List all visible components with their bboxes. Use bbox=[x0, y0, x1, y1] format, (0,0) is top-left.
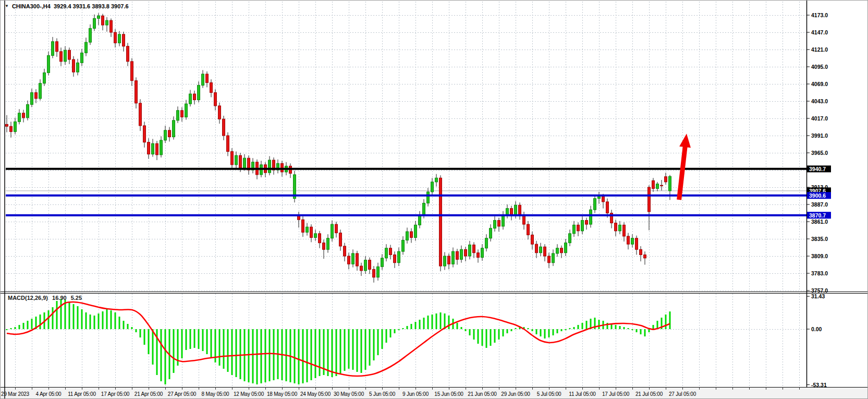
candle-body bbox=[319, 234, 321, 243]
candle-body bbox=[181, 111, 184, 117]
macd-bar bbox=[407, 326, 408, 329]
date-label: 8 May 05:00 bbox=[202, 391, 229, 397]
price-tick-label: 3965.0 bbox=[811, 150, 828, 156]
macd-bar bbox=[152, 329, 154, 365]
price-badge-3940.7: 3940.7 bbox=[807, 165, 831, 172]
candle-body bbox=[352, 253, 354, 264]
macd-bar bbox=[48, 310, 50, 329]
candle-body bbox=[35, 93, 38, 99]
macd-bar bbox=[240, 329, 241, 379]
candle-body bbox=[139, 103, 142, 126]
macd-bar bbox=[461, 327, 462, 329]
macd-bar bbox=[85, 312, 87, 329]
candle-body bbox=[323, 243, 325, 250]
macd-bar bbox=[60, 299, 62, 329]
macd-bar bbox=[578, 325, 579, 329]
price-tick-label: 3835.0 bbox=[811, 236, 828, 242]
candle-body bbox=[331, 224, 334, 238]
candle-body bbox=[118, 34, 121, 43]
macd-bar bbox=[332, 329, 333, 377]
chart-canvas[interactable]: 4173.04147.04121.04095.04069.04043.04017… bbox=[1, 1, 868, 399]
macd-name: MACD(12,26,9) bbox=[8, 295, 48, 301]
candle-body bbox=[569, 234, 571, 243]
candle-body bbox=[6, 124, 8, 126]
date-label: 29 Jun 05:00 bbox=[501, 391, 530, 397]
macd-bar bbox=[327, 329, 329, 376]
candle-body bbox=[64, 50, 67, 62]
macd-bar bbox=[73, 304, 75, 329]
macd-bar bbox=[161, 329, 162, 381]
candle-body bbox=[56, 42, 58, 52]
candle-body bbox=[506, 209, 509, 215]
candle-body bbox=[519, 205, 521, 215]
candle-body bbox=[523, 215, 525, 224]
macd-bar bbox=[298, 329, 300, 384]
candle-body bbox=[97, 16, 100, 18]
candle-body bbox=[594, 199, 596, 210]
candle-body bbox=[577, 225, 580, 231]
macd-bar bbox=[123, 321, 125, 329]
ohlc-readout: 3929.4 3931.6 3893.8 3907.6 bbox=[54, 3, 129, 9]
macd-bar bbox=[131, 327, 133, 329]
date-label: 27 Apr 05:00 bbox=[168, 391, 197, 397]
candle-body bbox=[60, 52, 63, 62]
macd-bar bbox=[140, 329, 141, 337]
macd-bar bbox=[619, 326, 621, 329]
candle-body bbox=[43, 72, 46, 83]
date-label: 9 Jun 05:00 bbox=[402, 391, 429, 397]
macd-bar bbox=[365, 329, 366, 370]
macd-bar bbox=[624, 327, 625, 329]
macd-bar bbox=[448, 316, 450, 329]
candle-body bbox=[143, 126, 146, 142]
price-tick-label: 4147.0 bbox=[811, 29, 828, 35]
macd-bar bbox=[536, 329, 537, 334]
candle-body bbox=[314, 234, 317, 238]
candle-body bbox=[515, 205, 517, 215]
macd-bar bbox=[211, 329, 212, 358]
macd-bar bbox=[194, 329, 195, 348]
candle-body bbox=[310, 227, 313, 237]
macd-bar bbox=[415, 322, 417, 329]
macd-bar bbox=[390, 329, 392, 337]
macd-bar bbox=[569, 328, 571, 329]
macd-bar bbox=[653, 325, 654, 329]
macd-bar bbox=[494, 329, 496, 343]
macd-bar bbox=[115, 312, 116, 329]
candle-body bbox=[452, 251, 455, 264]
macd-bar bbox=[553, 329, 554, 335]
macd-bar bbox=[311, 329, 312, 380]
date-label: 17 Jul 05:00 bbox=[602, 391, 630, 397]
date-label: 30 May 05:00 bbox=[334, 391, 364, 397]
macd-bar bbox=[348, 329, 350, 369]
price-badge-3870.7: 3870.7 bbox=[807, 212, 831, 219]
macd-bar bbox=[56, 301, 58, 329]
candle-body bbox=[394, 255, 396, 262]
candle-body bbox=[198, 86, 200, 100]
candle-body bbox=[214, 93, 217, 106]
chart-title: ▼ CHINA300-,H4 3929.4 3931.6 3893.8 3907… bbox=[5, 2, 129, 10]
macd-bar bbox=[294, 329, 296, 383]
macd-bar bbox=[98, 313, 100, 329]
macd-bar bbox=[106, 309, 108, 329]
candle-body bbox=[619, 225, 621, 231]
symbol-collapse-icon[interactable]: ▼ bbox=[5, 4, 9, 8]
candle-body bbox=[652, 180, 655, 188]
macd-bar bbox=[361, 329, 362, 373]
macd-bar bbox=[402, 328, 404, 329]
candle-body bbox=[540, 247, 542, 252]
macd-bar bbox=[486, 329, 487, 348]
candle-body bbox=[431, 182, 434, 192]
candle-body bbox=[202, 74, 204, 86]
candle-body bbox=[623, 225, 626, 236]
candle-body bbox=[52, 42, 54, 56]
candle-body bbox=[106, 20, 108, 25]
macd-bar bbox=[419, 320, 421, 329]
candle-body bbox=[669, 176, 671, 191]
candle-body bbox=[665, 177, 667, 182]
macd-bar bbox=[528, 328, 529, 329]
candle-body bbox=[127, 46, 129, 62]
chart-background bbox=[1, 1, 868, 387]
candle-body bbox=[469, 245, 471, 256]
candle-body bbox=[606, 202, 609, 213]
candle-body bbox=[27, 104, 29, 117]
